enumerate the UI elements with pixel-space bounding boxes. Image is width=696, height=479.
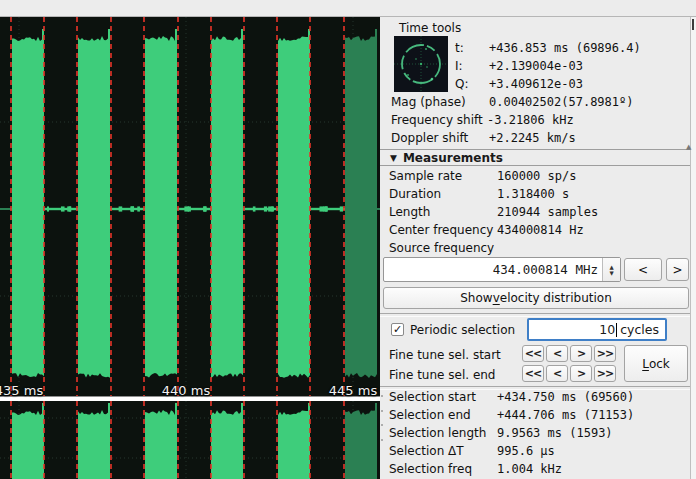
scroll-up-arrow-icon[interactable]: ▲ bbox=[686, 143, 691, 151]
window-top-strip bbox=[0, 0, 696, 17]
selection-freq-value: 1.004 kHz bbox=[497, 462, 562, 476]
measurements-header-label: Measurements bbox=[403, 151, 503, 165]
velocity-button-text-post: elocity distribution bbox=[500, 291, 612, 305]
cursor-q-label: Q: bbox=[455, 77, 469, 91]
lock-button[interactable]: Lock bbox=[624, 345, 688, 382]
time-tools-title: Time tools bbox=[399, 21, 461, 35]
fine-tune-start-label: Fine tune sel. start bbox=[389, 348, 501, 362]
text-cursor bbox=[616, 323, 617, 337]
length-value: 210944 samples bbox=[497, 205, 598, 219]
duration-value: 1.318400 s bbox=[497, 187, 569, 201]
selection-length-value: 9.9563 ms (1593) bbox=[497, 426, 613, 440]
spinbox-down-arrow-icon[interactable]: ▼ bbox=[609, 270, 613, 276]
cycles-value: 10 bbox=[599, 322, 615, 337]
selection-start-label: Selection start bbox=[389, 390, 476, 404]
periodic-selection-checkbox[interactable]: ✓ bbox=[391, 323, 404, 336]
frequency-spinbox-value[interactable]: 434.000814 MHz bbox=[493, 262, 598, 277]
selection-start-value: +434.750 ms (69560) bbox=[497, 390, 634, 404]
duration-label: Duration bbox=[389, 187, 441, 201]
cursor-i-value: +2.139004e-03 bbox=[489, 59, 583, 73]
periodic-selection-label: Periodic selection bbox=[410, 323, 515, 337]
fine-tune-end-left-button[interactable]: < bbox=[546, 365, 568, 382]
cycles-suffix: cycles bbox=[620, 322, 659, 337]
time-domain-waveform-view[interactable]: 435 ms440 ms445 ms bbox=[0, 17, 380, 479]
frequency-shift-value: -3.21806 kHz bbox=[487, 113, 574, 127]
cursor-q-value: +3.409612e-03 bbox=[489, 77, 583, 91]
doppler-shift-value: +2.2245 km/s bbox=[489, 131, 576, 145]
frequency-spinbox[interactable]: 434.000814 MHz ▲ ▼ bbox=[383, 257, 621, 282]
lock-button-mnemonic: L bbox=[642, 357, 649, 371]
sample-rate-label: Sample rate bbox=[389, 169, 462, 183]
selection-delta-t-label: Selection ΔT bbox=[389, 444, 464, 458]
selection-freq-label: Selection freq bbox=[389, 462, 472, 476]
mag-phase-value: 0.00402502(57.8981º) bbox=[489, 95, 634, 109]
show-velocity-distribution-button[interactable]: Show velocity distribution bbox=[383, 287, 689, 309]
collapse-triangle-icon: ▼ bbox=[390, 153, 397, 163]
frequency-shift-label: Frequency shift bbox=[391, 113, 483, 127]
center-frequency-value: 434000814 Hz bbox=[497, 223, 584, 237]
selection-end-label: Selection end bbox=[389, 408, 471, 422]
cursor-time-value: +436.853 ms (69896.4) bbox=[489, 41, 641, 55]
side-panel: Time tools t: +436.853 ms (69896.4) I: +… bbox=[380, 17, 696, 479]
lock-button-text: ock bbox=[649, 357, 670, 371]
scrollbar-strip[interactable] bbox=[690, 17, 696, 479]
velocity-button-text-pre: Show bbox=[460, 291, 492, 305]
fine-tune-end-big-left-button[interactable]: << bbox=[522, 365, 544, 382]
measurements-section-header[interactable]: ▼ Measurements bbox=[380, 149, 690, 166]
spinbox-arrows[interactable]: ▲ ▼ bbox=[602, 258, 620, 281]
sample-rate-value: 160000 sp/s bbox=[497, 169, 576, 183]
fine-tune-end-label: Fine tune sel. end bbox=[389, 368, 495, 382]
cursor-time-label: t: bbox=[455, 41, 464, 55]
fine-tune-start-right-button[interactable]: > bbox=[570, 345, 592, 362]
cycles-input[interactable]: 10 cycles bbox=[527, 318, 667, 341]
velocity-button-mnemonic: v bbox=[493, 291, 500, 305]
mag-phase-label: Mag (phase) bbox=[391, 95, 466, 109]
frequency-nudge-left-button[interactable]: < bbox=[624, 258, 662, 281]
fine-tune-end-right-button[interactable]: > bbox=[570, 365, 592, 382]
fine-tune-start-big-left-button[interactable]: << bbox=[522, 345, 544, 362]
frequency-nudge-right-button[interactable]: > bbox=[666, 258, 689, 281]
splitter-handle[interactable] bbox=[380, 395, 384, 441]
iq-constellation-icon bbox=[394, 36, 448, 92]
checkmark-icon: ✓ bbox=[393, 324, 402, 335]
source-frequency-label: Source frequency bbox=[389, 241, 494, 255]
fine-tune-end-big-right-button[interactable]: >> bbox=[594, 365, 616, 382]
separator-line bbox=[380, 313, 690, 317]
selection-end-value: +444.706 ms (71153) bbox=[497, 408, 634, 422]
cursor-i-label: I: bbox=[455, 59, 463, 73]
length-label: Length bbox=[389, 205, 430, 219]
selection-delta-t-value: 995.6 µs bbox=[497, 444, 555, 458]
fine-tune-start-left-button[interactable]: < bbox=[546, 345, 568, 362]
scrollbar-mark bbox=[692, 19, 694, 30]
fine-tune-start-big-right-button[interactable]: >> bbox=[594, 345, 616, 362]
selection-length-label: Selection length bbox=[389, 426, 486, 440]
center-frequency-label: Center frequency bbox=[389, 223, 493, 237]
doppler-shift-label: Doppler shift bbox=[391, 131, 468, 145]
